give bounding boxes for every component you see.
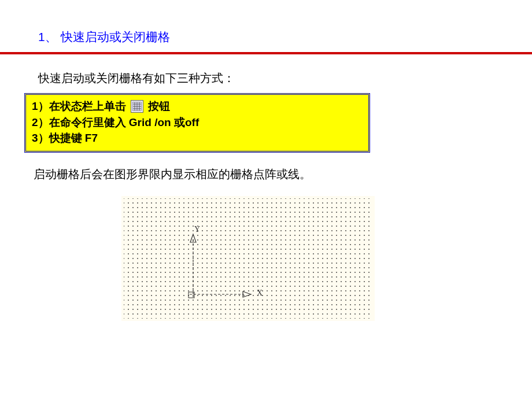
axis-y-label: Y	[194, 225, 200, 234]
methods-box: 1）在状态栏上单击 按钮 2）在命令行里健入 Grid /on 或off 3）快…	[24, 93, 370, 153]
grid-figure: Y X	[121, 196, 375, 321]
method-line-1: 1）在状态栏上单击 按钮	[32, 98, 363, 114]
xy-axis	[121, 196, 375, 321]
axis-x-label: X	[257, 289, 263, 298]
svg-marker-12	[243, 291, 251, 297]
grid-button-icon	[131, 100, 143, 113]
intro-text: 快速启动或关闭栅格有如下三种方式：	[0, 54, 532, 90]
section-heading: 1、 快速启动或关闭栅格	[0, 0, 532, 52]
after-text: 启动栅格后会在图形界限内显示相应的栅格点阵或线。	[0, 153, 532, 182]
method-line-2: 2）在命令行里健入 Grid /on 或off	[32, 114, 363, 131]
method-1-pre: 1）在状态栏上单击	[32, 98, 126, 114]
method-1-post: 按钮	[148, 98, 170, 114]
method-line-3: 3）快捷键 F7	[32, 130, 363, 146]
